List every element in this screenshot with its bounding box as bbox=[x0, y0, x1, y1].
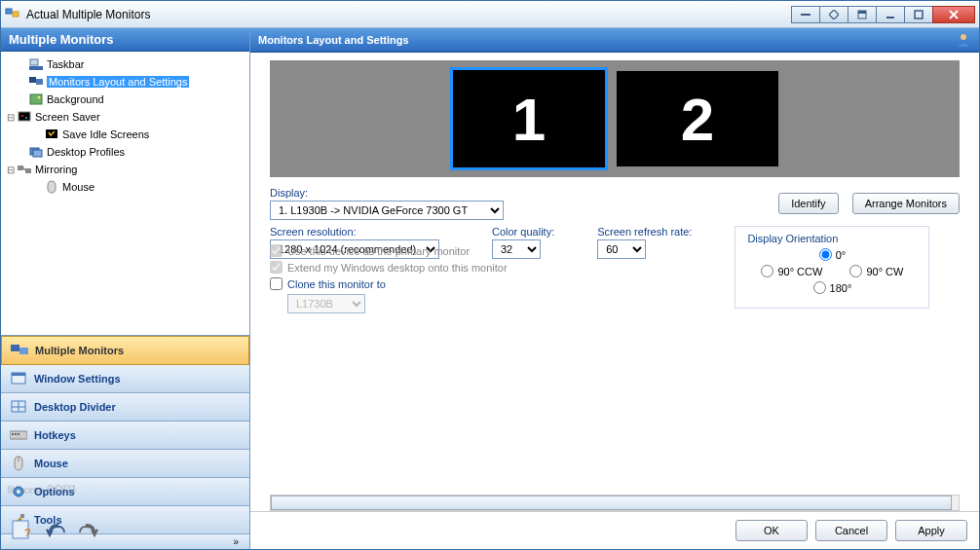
svg-rect-21 bbox=[11, 345, 19, 351]
extend-checkbox: Extend my Windows desktop onto this moni… bbox=[270, 261, 640, 274]
help-icon[interactable]: ? bbox=[9, 518, 36, 541]
svg-rect-20 bbox=[25, 168, 31, 173]
orientation-label: Display Orientation bbox=[747, 233, 917, 244]
extra-button-3[interactable] bbox=[848, 6, 877, 23]
refresh-select[interactable]: 60 bbox=[597, 239, 646, 259]
tree-screen-saver[interactable]: ⊟Screen Saver bbox=[3, 108, 247, 126]
svg-rect-4 bbox=[858, 11, 866, 14]
taskbar-icon bbox=[28, 56, 44, 72]
cancel-button[interactable]: Cancel bbox=[815, 520, 887, 541]
monitors-icon bbox=[10, 342, 29, 359]
close-button[interactable] bbox=[932, 6, 975, 23]
profiles-icon bbox=[28, 144, 44, 160]
svg-point-15 bbox=[25, 117, 27, 119]
refresh-label: Screen refresh rate: bbox=[597, 226, 692, 238]
ok-button[interactable]: OK bbox=[735, 520, 808, 541]
orientation-90cw[interactable]: 90° CW bbox=[849, 265, 903, 277]
mouse-icon bbox=[9, 455, 28, 472]
maximize-button[interactable] bbox=[904, 6, 933, 23]
undo-icon[interactable] bbox=[42, 518, 69, 541]
right-header: Monitors Layout and Settings bbox=[250, 28, 979, 53]
svg-rect-1 bbox=[13, 12, 19, 17]
monitor-2[interactable]: 2 bbox=[616, 70, 779, 167]
svg-point-14 bbox=[21, 115, 23, 117]
tree-save-idle[interactable]: Save Idle Screens bbox=[3, 126, 247, 143]
svg-rect-19 bbox=[18, 165, 23, 170]
tree-mouse[interactable]: Mouse bbox=[3, 178, 247, 196]
screensaver-icon bbox=[17, 109, 32, 125]
settings-panel: 1 2 Display: 1. L1930B -> NVIDIA GeForce… bbox=[250, 53, 979, 495]
user-icon[interactable] bbox=[956, 32, 971, 48]
nav-options[interactable]: Options bbox=[1, 478, 249, 506]
svg-text:?: ? bbox=[24, 527, 31, 538]
mouse-icon bbox=[44, 179, 59, 195]
svg-rect-6 bbox=[915, 11, 923, 18]
extra-button-2[interactable] bbox=[819, 6, 848, 23]
nav-window-settings[interactable]: Window Settings bbox=[1, 365, 249, 393]
nav-mouse[interactable]: Mouse bbox=[1, 450, 249, 478]
nav-list: Multiple Monitors Window Settings Deskto… bbox=[1, 335, 249, 549]
tree-desktop-profiles[interactable]: Desktop Profiles bbox=[3, 143, 247, 161]
redo-icon[interactable] bbox=[75, 518, 102, 541]
window-controls bbox=[792, 6, 975, 23]
collapse-icon[interactable]: ⊟ bbox=[5, 112, 17, 123]
svg-point-12 bbox=[38, 96, 41, 99]
svg-rect-24 bbox=[12, 373, 25, 376]
svg-rect-13 bbox=[19, 112, 30, 121]
svg-rect-2 bbox=[801, 14, 810, 16]
hotkeys-icon bbox=[9, 426, 28, 444]
bottom-bar: OK Cancel Apply bbox=[250, 511, 979, 549]
primary-checkbox: Use this device as the primary monitor bbox=[270, 244, 640, 257]
gear-icon bbox=[9, 483, 28, 500]
horizontal-scrollbar[interactable] bbox=[270, 495, 960, 511]
svg-rect-22 bbox=[19, 348, 28, 354]
svg-rect-31 bbox=[18, 433, 19, 435]
svg-rect-0 bbox=[6, 9, 12, 14]
clone-checkbox[interactable]: Clone this monitor to bbox=[270, 277, 640, 290]
minimize-button[interactable] bbox=[876, 6, 905, 23]
app-icon bbox=[5, 7, 20, 22]
collapse-icon[interactable]: ⊟ bbox=[5, 165, 17, 175]
tree-monitors-layout[interactable]: Monitors Layout and Settings bbox=[3, 73, 247, 91]
svg-rect-8 bbox=[30, 59, 38, 65]
svg-rect-29 bbox=[12, 433, 14, 435]
divider-icon bbox=[9, 398, 28, 416]
scrollbar-thumb[interactable] bbox=[271, 495, 952, 510]
extra-button-1[interactable] bbox=[791, 6, 820, 23]
content-area: Multiple Monitors Taskbar Monitors Layou… bbox=[1, 28, 979, 549]
tree-mirroring[interactable]: ⊟Mirroring bbox=[3, 161, 247, 178]
identify-button[interactable]: Identify bbox=[778, 193, 838, 214]
window-title: Actual Multiple Monitors bbox=[26, 8, 792, 21]
clone-target-select: L1730B bbox=[287, 294, 365, 313]
display-label: Display: bbox=[270, 187, 765, 199]
svg-point-36 bbox=[961, 34, 966, 40]
monitor-1[interactable]: 1 bbox=[450, 67, 608, 170]
apply-button[interactable]: Apply bbox=[895, 520, 967, 541]
display-select[interactable]: 1. L1930B -> NVIDIA GeForce 7300 GT bbox=[270, 201, 504, 220]
right-title: Monitors Layout and Settings bbox=[258, 34, 409, 46]
save-idle-icon bbox=[44, 127, 59, 142]
svg-rect-18 bbox=[33, 150, 42, 157]
nav-tree: Taskbar Monitors Layout and Settings Bac… bbox=[1, 52, 249, 335]
color-label: Color quality: bbox=[492, 226, 554, 238]
nav-desktop-divider[interactable]: Desktop Divider bbox=[1, 393, 249, 422]
left-pane: Multiple Monitors Taskbar Monitors Layou… bbox=[1, 28, 250, 549]
svg-rect-5 bbox=[886, 17, 894, 18]
background-icon bbox=[28, 92, 44, 107]
tree-taskbar[interactable]: Taskbar bbox=[3, 55, 247, 73]
orientation-0[interactable]: 0° bbox=[819, 248, 847, 261]
arrange-monitors-button[interactable]: Arrange Monitors bbox=[852, 193, 960, 214]
tree-background[interactable]: Background bbox=[3, 91, 247, 108]
orientation-180[interactable]: 180° bbox=[813, 281, 852, 294]
svg-point-34 bbox=[17, 490, 20, 494]
mirroring-icon bbox=[17, 162, 32, 177]
monitors-icon bbox=[28, 74, 44, 90]
monitor-layout-canvas[interactable]: 1 2 bbox=[270, 60, 960, 177]
color-select[interactable]: 32 bbox=[492, 239, 541, 259]
svg-rect-11 bbox=[30, 94, 42, 104]
nav-multiple-monitors[interactable]: Multiple Monitors bbox=[1, 336, 249, 365]
orientation-90ccw[interactable]: 90° CCW bbox=[761, 265, 822, 277]
left-header: Multiple Monitors bbox=[1, 28, 249, 52]
nav-hotkeys[interactable]: Hotkeys bbox=[1, 422, 249, 450]
right-pane: Monitors Layout and Settings 1 2 Display… bbox=[250, 28, 979, 549]
